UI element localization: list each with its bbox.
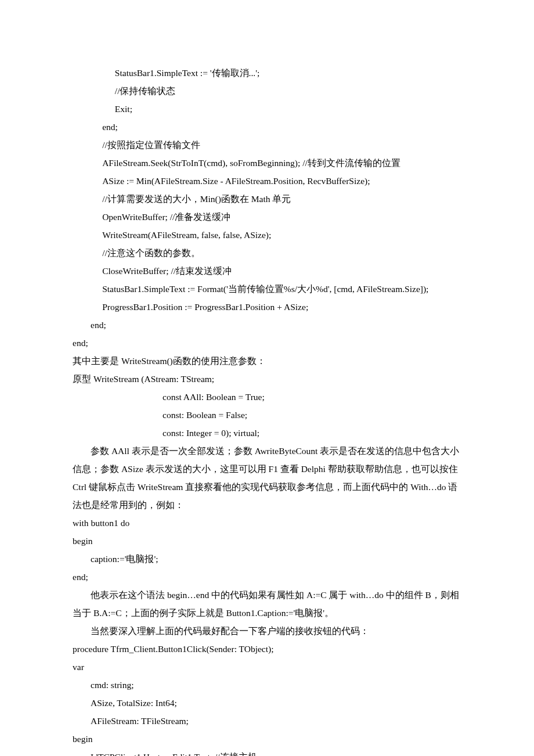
text-line: 参数 AAll 表示是否一次全部发送；参数 AwriteByteCount 表示… — [73, 442, 461, 514]
text-line: ProgressBar1.Position := ProgressBar1.Po… — [73, 298, 461, 316]
text-line: begin — [73, 532, 461, 550]
text-line: //注意这个函数的参数。 — [73, 244, 461, 262]
text-line: begin — [73, 730, 461, 748]
text-line: Exit; — [73, 100, 461, 118]
text-line: AFileStream.Seek(StrToInT(cmd), soFromBe… — [73, 154, 461, 172]
text-line: 当然要深入理解上面的代码最好配合一下客户端的接收按钮的代码： — [73, 622, 461, 640]
text-line: CloseWriteBuffer; //结束发送缓冲 — [73, 262, 461, 280]
text-line: StatusBar1.SimpleText := Format('当前传输位置%… — [73, 280, 461, 298]
text-line: AFileStream: TFileStream; — [73, 712, 461, 730]
text-line: with button1 do — [73, 514, 461, 532]
text-line: const AAll: Boolean = True; — [73, 388, 461, 406]
text-line: 原型 WriteStream (AStream: TStream; — [73, 370, 461, 388]
text-line: end; — [73, 118, 461, 136]
text-line: var — [73, 658, 461, 676]
text-line: //保持传输状态 — [73, 82, 461, 100]
text-line: end; — [73, 334, 461, 352]
text-line: //按照指定位置传输文件 — [73, 136, 461, 154]
text-line: ASize, TotalSize: Int64; — [73, 694, 461, 712]
text-line: end; — [73, 316, 461, 334]
text-line: WriteStream(AFileStream, false, false, A… — [73, 226, 461, 244]
text-line: //计算需要发送的大小，Min()函数在 Math 单元 — [73, 190, 461, 208]
text-line: caption:='电脑报'; — [73, 550, 461, 568]
text-line: end; — [73, 568, 461, 586]
text-line: const: Boolean = False; — [73, 406, 461, 424]
text-line: cmd: string; — [73, 676, 461, 694]
text-line: procedure Tfrm_Client.Button1Click(Sende… — [73, 640, 461, 658]
text-line: StatusBar1.SimpleText := '传输取消...'; — [73, 64, 461, 82]
text-line: const: Integer = 0); virtual; — [73, 424, 461, 442]
text-line: 他表示在这个语法 begin…end 中的代码如果有属性如 A:=C 属于 wi… — [73, 586, 461, 622]
text-line: IdTCPClient1.Host := Edit1.Text; //连接主机 — [73, 748, 461, 756]
document-page: StatusBar1.SimpleText := '传输取消...';//保持传… — [0, 0, 534, 756]
text-line: ASize := Min(AFileStream.Size - AFileStr… — [73, 172, 461, 190]
text-line: OpenWriteBuffer; //准备发送缓冲 — [73, 208, 461, 226]
text-line: 其中主要是 WriteStream()函数的使用注意参数： — [73, 352, 461, 370]
